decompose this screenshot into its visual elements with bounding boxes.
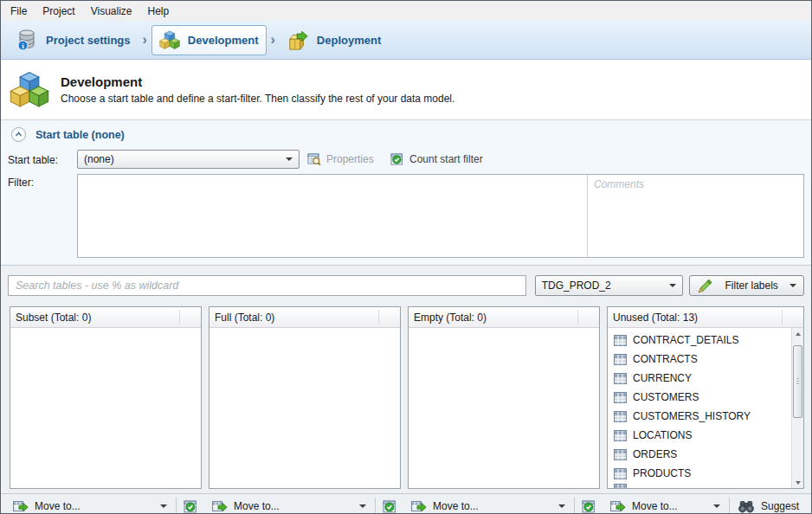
- full-table-list[interactable]: [209, 328, 400, 488]
- scroll-up-button[interactable]: [792, 328, 803, 339]
- breadcrumb-item-project-settings[interactable]: i Project settings: [8, 23, 139, 56]
- table-row[interactable]: CUSTOMERS_HISTORY: [608, 407, 791, 426]
- comments-input[interactable]: [588, 175, 803, 257]
- table-name: CUSTOMERS_HISTORY: [633, 410, 751, 422]
- panel-unused: Unused (Total: 13) CONTRACT_DETAILS CONT…: [607, 306, 804, 489]
- suggest-label: Suggest: [761, 500, 799, 512]
- table-icon: [614, 430, 627, 441]
- move-to-label: Move to...: [433, 500, 552, 512]
- search-input[interactable]: [8, 275, 526, 296]
- count-filter-check-icon: [390, 152, 404, 166]
- start-table-select[interactable]: (none): [77, 150, 300, 169]
- panel-title: Empty (Total: 0): [414, 312, 487, 324]
- breadcrumb-item-development[interactable]: Development: [151, 25, 267, 55]
- move-to-button-unused[interactable]: Move to...: [607, 496, 726, 514]
- database-icon: i: [16, 29, 38, 51]
- footer-action-bar: Move to... Move to... Move to...: [1, 493, 811, 514]
- move-to-icon: [13, 500, 29, 512]
- classify-check-button-subset[interactable]: [179, 496, 202, 514]
- suggest-button[interactable]: Suggest: [732, 496, 804, 514]
- move-to-icon: [411, 500, 427, 512]
- panel-empty: Empty (Total: 0): [408, 306, 600, 489]
- table-icon: [614, 354, 627, 365]
- breadcrumb: i Project settings › Development › Deplo…: [1, 21, 811, 60]
- table-row[interactable]: LOCATIONS: [608, 426, 791, 445]
- breadcrumb-label: Project settings: [46, 34, 131, 47]
- menu-item-project[interactable]: Project: [35, 1, 82, 21]
- table-row[interactable]: CURRENCY: [608, 369, 791, 388]
- empty-table-list[interactable]: [409, 328, 599, 488]
- chevron-up-icon: [14, 130, 23, 139]
- chevron-down-icon: [789, 284, 796, 287]
- table-name: CONTRACTS: [633, 353, 698, 365]
- classify-check-button-empty[interactable]: [577, 496, 600, 514]
- breadcrumb-item-deployment[interactable]: Deployment: [280, 24, 389, 56]
- table-name: CURRENCY: [633, 372, 692, 384]
- filter-labels-button[interactable]: Filter labels: [689, 275, 804, 296]
- chevron-down-icon: [713, 504, 720, 508]
- start-filter-box: [77, 174, 804, 258]
- move-to-label: Move to...: [35, 500, 154, 512]
- chevron-down-icon: [359, 504, 366, 508]
- scroll-down-button[interactable]: [792, 477, 803, 488]
- filter-editor[interactable]: [78, 175, 588, 257]
- footer-section-subset: Move to...: [10, 494, 202, 514]
- table-row[interactable]: CONTRACTS: [608, 350, 791, 369]
- schema-select[interactable]: TDG_PROD_2: [535, 275, 684, 296]
- chevron-down-icon: [558, 504, 565, 508]
- menu-item-help[interactable]: Help: [140, 1, 177, 21]
- table-row[interactable]: PRODUCTS: [608, 464, 791, 483]
- table-icon: [614, 335, 627, 346]
- filter-label: Filter:: [8, 177, 34, 189]
- table-name: CUSTOMERS: [633, 391, 699, 403]
- panel-unused-header[interactable]: Unused (Total: 13): [608, 307, 803, 328]
- move-to-icon: [212, 500, 228, 512]
- development-cubes-icon: [10, 71, 49, 109]
- binoculars-icon: [738, 500, 755, 513]
- panel-title: Unused (Total: 13): [613, 312, 698, 324]
- unused-panel-body: CONTRACT_DETAILS CONTRACTS CURRENCY CUST…: [608, 328, 803, 488]
- chevron-down-icon: [286, 157, 293, 161]
- table-row[interactable]: ORDERS: [608, 445, 791, 464]
- collapse-section-button[interactable]: [11, 127, 26, 142]
- panel-empty-header[interactable]: Empty (Total: 0): [409, 307, 599, 328]
- move-to-label: Move to...: [234, 500, 353, 512]
- table-row[interactable]: CONTRACT_DETAILS: [608, 331, 791, 350]
- chevron-down-icon: [669, 284, 676, 287]
- properties-button[interactable]: Properties: [304, 150, 377, 169]
- panel-title: Subset (Total: 0): [16, 312, 91, 324]
- start-table-selected-value: (none): [84, 153, 286, 165]
- table-name: CONTRACT_DETAILS: [633, 334, 738, 346]
- menu-item-file[interactable]: File: [3, 1, 35, 21]
- move-to-button-full[interactable]: Move to...: [209, 496, 372, 514]
- triangle-down-icon: [796, 481, 801, 485]
- table-properties-icon: [307, 152, 321, 166]
- table-row[interactable]: CUSTOMERS: [608, 388, 791, 407]
- divider: [176, 498, 177, 514]
- footer-section-empty: Move to...: [408, 494, 600, 514]
- table-icon: [614, 411, 627, 422]
- table-icon: [614, 449, 627, 460]
- classify-check-button-full[interactable]: [378, 496, 401, 514]
- chevron-right-icon: ›: [267, 33, 280, 47]
- footer-section-unused: Move to... Suggest: [607, 494, 804, 514]
- table-check-icon: [383, 499, 397, 514]
- menu-bar: File Project Visualize Help: [1, 1, 811, 21]
- panel-full-header[interactable]: Full (Total: 0): [209, 307, 400, 328]
- count-start-filter-button[interactable]: Count start filter: [387, 150, 487, 169]
- move-to-button-empty[interactable]: Move to...: [408, 496, 571, 514]
- vertical-scrollbar[interactable]: [791, 328, 803, 488]
- scrollbar-thumb[interactable]: [793, 345, 802, 418]
- subset-table-list[interactable]: [10, 328, 201, 488]
- label-pencil-icon: [697, 278, 713, 293]
- table-name: LOCATIONS: [633, 429, 692, 441]
- panel-subset-header[interactable]: Subset (Total: 0): [10, 307, 201, 328]
- filter-labels-label: Filter labels: [720, 279, 783, 292]
- move-to-button-subset[interactable]: Move to...: [10, 496, 173, 514]
- table-row-partial: [608, 483, 791, 488]
- panel-title: Full (Total: 0): [215, 312, 274, 324]
- unused-table-list[interactable]: CONTRACT_DETAILS CONTRACTS CURRENCY CUST…: [608, 331, 791, 483]
- panel-subset: Subset (Total: 0): [10, 306, 202, 489]
- menu-item-visualize[interactable]: Visualize: [83, 1, 140, 21]
- start-table-label: Start table:: [8, 154, 58, 166]
